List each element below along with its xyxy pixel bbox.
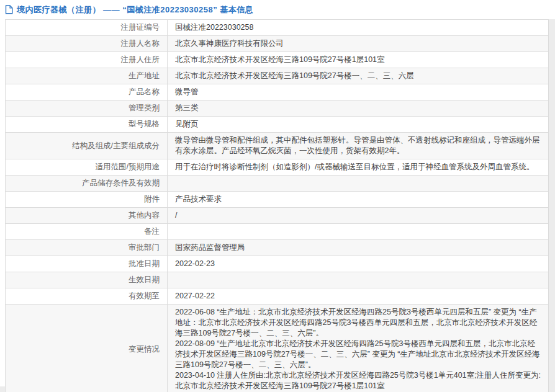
row-label-text: 生效日期	[129, 275, 160, 284]
row-value-text: 2022-06-08 “生产地址：北京市北京经济技术开发区经海四路25号院3号楼…	[175, 308, 541, 390]
row-value: 北京久事神康医疗科技有限公司	[168, 36, 549, 52]
row-value-text: 见附页	[175, 120, 199, 128]
row-label-text: 注册证编号	[121, 23, 160, 32]
page-header: 境内医疗器械（注册） —— “国械注准20223030258” 基本信息	[5, 0, 253, 19]
info-table-body: 注册证编号国械注准20223030258注册人名称北京久事神康医疗科技有限公司注…	[6, 20, 549, 392]
row-label: 备注	[6, 224, 168, 240]
row-value: 第三类	[168, 100, 549, 117]
row-label-text: 型号规格	[129, 120, 160, 128]
row-label: 生产地址	[6, 68, 168, 84]
row-label: 批准日期	[6, 256, 168, 272]
row-value-text: 用于在治疗时将诊断性制剂（如造影剂）/或器械输送至目标位置，适用于神经血管系统及…	[175, 163, 534, 171]
row-value: 2027-02-22	[168, 288, 549, 305]
row-label-text: 其他内容	[129, 211, 160, 220]
row-value: 用于在治疗时将诊断性制剂（如造影剂）/或器械输送至目标位置，适用于神经血管系统及…	[168, 159, 549, 176]
row-value-text: 北京久事神康医疗科技有限公司	[175, 39, 284, 48]
row-value: /	[168, 208, 549, 224]
table-row: 有效期至2027-02-22	[6, 288, 549, 305]
page-title: 境内医疗器械（注册） —— “国械注准20223030258” 基本信息	[17, 4, 253, 16]
row-value-text: 北京市北京经济技术开发区经海三路109号院27号楼一、二、三、六层	[175, 71, 414, 80]
table-row: 管理类别第三类	[6, 100, 549, 117]
row-label: 附件	[6, 192, 168, 208]
row-label-text: 适用范围/预期用途	[96, 163, 160, 171]
row-value: 见附页	[168, 117, 549, 133]
row-label-text: 备注	[144, 227, 160, 236]
document-icon	[5, 5, 13, 14]
table-row: 变更情况2022-06-08 “生产地址：北京市北京经济技术开发区经海四路25号…	[6, 305, 549, 392]
row-label: 审批部门	[6, 240, 168, 256]
row-value: 北京市北京经济技术开发区经海三路109号院27号楼一、二、三、六层	[168, 68, 549, 84]
row-label: 注册人住所	[6, 52, 168, 68]
row-label-text: 生产地址	[129, 71, 160, 80]
table-row: 注册人住所北京市北京经济技术开发区经海三路109号院27号楼1层101室	[6, 52, 549, 68]
row-value-text: 国械注准20223030258	[175, 23, 253, 32]
row-value: 北京市北京经济技术开发区经海三路109号院27号楼1层101室	[168, 52, 549, 68]
row-value-text: 微导管由微导管和配件组成，其中配件包括塑形针。导管是由管体、不透射线标记和座组成…	[175, 136, 540, 155]
row-label-text: 批准日期	[129, 259, 160, 268]
row-label: 管理类别	[6, 100, 168, 117]
row-value-text: 产品技术要求	[175, 195, 222, 203]
info-table: 注册证编号国械注准20223030258注册人名称北京久事神康医疗科技有限公司注…	[5, 19, 549, 392]
row-label: 产品储存条件及有效期	[6, 176, 168, 192]
row-label-text: 产品储存条件及有效期	[82, 179, 160, 187]
row-label: 有效期至	[6, 288, 168, 305]
row-label-text: 管理类别	[129, 104, 160, 112]
row-label-text: 有效期至	[129, 292, 160, 300]
table-row: 其他内容/	[6, 208, 549, 224]
row-label: 适用范围/预期用途	[6, 159, 168, 176]
table-row: 附件产品技术要求	[6, 192, 549, 208]
row-label-text: 附件	[144, 195, 160, 203]
row-label-text: 变更情况	[129, 345, 160, 354]
table-row: 生产地址北京市北京经济技术开发区经海三路109号院27号楼一、二、三、六层	[6, 68, 549, 84]
row-label-text: 产品名称	[129, 87, 160, 96]
table-row: 适用范围/预期用途用于在治疗时将诊断性制剂（如造影剂）/或器械输送至目标位置，适…	[6, 159, 549, 176]
row-label-text: 注册人名称	[121, 39, 160, 48]
table-row: 结构及组成/主要组成成分微导管由微导管和配件组成，其中配件包括塑形针。导管是由管…	[6, 133, 549, 159]
table-row: 产品储存条件及有效期	[6, 176, 549, 192]
row-label-text: 结构及组成/主要组成成分	[72, 141, 160, 150]
row-label: 生效日期	[6, 272, 168, 288]
row-label: 注册人名称	[6, 36, 168, 52]
table-row: 备注	[6, 224, 549, 240]
row-value	[168, 272, 549, 288]
row-value: 微导管由微导管和配件组成，其中配件包括塑形针。导管是由管体、不透射线标记和座组成…	[168, 133, 549, 159]
row-label: 变更情况	[6, 305, 168, 392]
row-value-text: 第三类	[175, 104, 199, 112]
row-value: 国家药品监督管理局	[168, 240, 549, 256]
table-row: 生效日期	[6, 272, 549, 288]
row-label-text: 审批部门	[129, 243, 160, 252]
row-value-text: 北京市北京经济技术开发区经海三路109号院27号楼1层101室	[175, 55, 385, 64]
table-row: 注册证编号国械注准20223030258	[6, 20, 549, 36]
row-label-text: 注册人住所	[121, 55, 160, 64]
row-value: 微导管	[168, 84, 549, 100]
row-value	[168, 224, 549, 240]
page-background-right	[549, 19, 555, 392]
table-row: 审批部门国家药品监督管理局	[6, 240, 549, 256]
row-label: 其他内容	[6, 208, 168, 224]
row-label: 注册证编号	[6, 20, 168, 36]
row-value: 产品技术要求	[168, 192, 549, 208]
row-value-text: 国家药品监督管理局	[175, 243, 245, 252]
row-value-text: 2022-02-23	[175, 259, 215, 268]
table-row: 批准日期2022-02-23	[6, 256, 549, 272]
row-value-text: /	[175, 211, 177, 220]
table-row: 注册人名称北京久事神康医疗科技有限公司	[6, 36, 549, 52]
row-value-text: 2027-02-22	[175, 292, 215, 300]
row-value: 国械注准20223030258	[168, 20, 549, 36]
row-label: 产品名称	[6, 84, 168, 100]
table-row: 产品名称微导管	[6, 84, 549, 100]
row-label: 型号规格	[6, 117, 168, 133]
table-row: 型号规格见附页	[6, 117, 549, 133]
row-value-text: 微导管	[175, 87, 199, 96]
row-value: 2022-06-08 “生产地址：北京市北京经济技术开发区经海四路25号院3号楼…	[168, 305, 549, 392]
row-value	[168, 176, 549, 192]
row-label: 结构及组成/主要组成成分	[6, 133, 168, 159]
row-value: 2022-02-23	[168, 256, 549, 272]
